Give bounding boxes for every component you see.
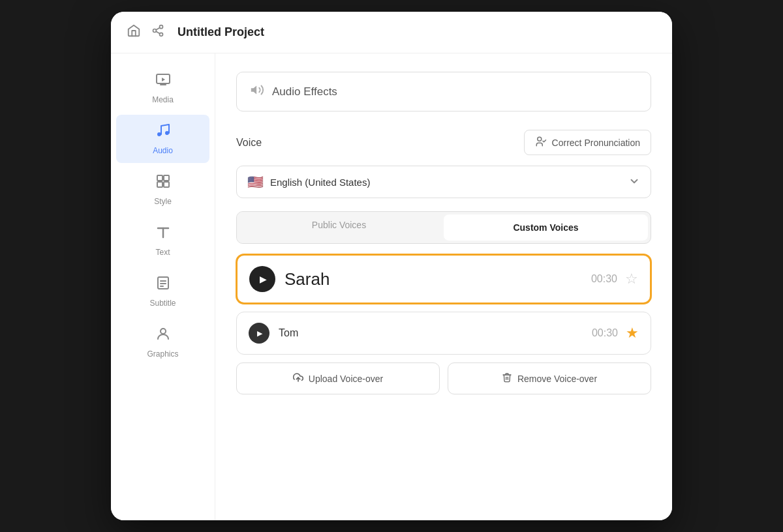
sidebar-item-graphics[interactable]: Graphics xyxy=(116,318,209,366)
graphics-label: Graphics xyxy=(147,349,178,359)
voice-time-tom: 00:30 xyxy=(592,327,618,339)
audio-effects-label: Audio Effects xyxy=(272,85,337,98)
svg-rect-12 xyxy=(164,175,169,181)
svg-point-21 xyxy=(161,329,166,334)
star-icon-sarah[interactable]: ☆ xyxy=(625,271,638,288)
svg-rect-11 xyxy=(157,175,162,181)
svg-rect-14 xyxy=(164,182,169,187)
correct-pronunciation-label: Correct Pronunciation xyxy=(552,138,640,148)
media-label: Media xyxy=(152,95,174,104)
style-icon xyxy=(155,173,171,193)
upload-voiceover-button[interactable]: Upload Voice-over xyxy=(236,362,440,394)
graphics-icon xyxy=(155,326,171,346)
voice-item-sarah-right: 00:30 ☆ xyxy=(591,271,638,288)
voice-item-sarah-left: ▶ Sarah xyxy=(249,266,330,292)
voice-name-sarah: Sarah xyxy=(284,269,330,289)
play-icon-tom: ▶ xyxy=(257,329,262,338)
upload-icon xyxy=(293,372,303,385)
audio-effects-icon xyxy=(250,83,264,100)
content-area: Audio Effects Voice Correct Pronunciatio… xyxy=(215,53,672,520)
sidebar-item-style[interactable]: Style xyxy=(116,166,209,214)
style-label: Style xyxy=(154,197,172,206)
voice-item-tom-left: ▶ Tom xyxy=(249,323,298,344)
sidebar-item-audio[interactable]: Audio xyxy=(116,115,209,163)
svg-point-9 xyxy=(157,132,161,136)
svg-line-4 xyxy=(156,27,160,29)
flag-icon: 🇺🇸 xyxy=(247,174,264,190)
text-label: Text xyxy=(155,248,170,257)
remove-voiceover-button[interactable]: Remove Voice-over xyxy=(448,362,651,394)
action-buttons: Upload Voice-over Remove Voice-over xyxy=(236,362,651,394)
sidebar: Media Audio xyxy=(111,53,215,520)
language-dropdown[interactable]: 🇺🇸 English (United States) xyxy=(236,166,651,198)
svg-point-10 xyxy=(165,131,169,135)
voice-time-sarah: 00:30 xyxy=(591,273,617,285)
svg-line-3 xyxy=(156,31,160,33)
voice-item-tom[interactable]: ▶ Tom 00:30 ★ xyxy=(236,312,651,355)
svg-marker-8 xyxy=(162,78,165,81)
play-button-sarah[interactable]: ▶ xyxy=(249,266,275,292)
voice-item-sarah[interactable]: ▶ Sarah 00:30 ☆ xyxy=(236,254,651,304)
play-button-tom[interactable]: ▶ xyxy=(249,323,269,344)
audio-label: Audio xyxy=(153,146,173,155)
tab-custom-voices[interactable]: Custom Voices xyxy=(444,214,648,241)
sidebar-item-subtitle[interactable]: Subtitle xyxy=(116,267,209,316)
voice-section-label: Voice xyxy=(236,137,262,149)
language-label: English (United States) xyxy=(270,177,370,188)
audio-effects-button[interactable]: Audio Effects xyxy=(236,72,651,111)
header: Untitled Project xyxy=(111,12,672,53)
main-layout: Media Audio xyxy=(111,53,672,520)
voice-header: Voice Correct Pronunciation xyxy=(236,130,651,155)
share-icon[interactable] xyxy=(151,24,164,40)
play-icon-sarah: ▶ xyxy=(260,274,267,284)
tab-public-voices[interactable]: Public Voices xyxy=(237,212,441,243)
voice-item-tom-right: 00:30 ★ xyxy=(592,325,639,342)
chevron-down-icon xyxy=(628,175,640,189)
media-icon xyxy=(155,72,171,91)
voice-name-tom: Tom xyxy=(279,327,298,339)
app-window: Untitled Project Media xyxy=(111,12,672,520)
svg-rect-13 xyxy=(157,182,162,187)
pronunciation-icon xyxy=(535,136,547,149)
remove-icon xyxy=(502,372,512,385)
sidebar-item-media[interactable]: Media xyxy=(116,64,209,112)
subtitle-label: Subtitle xyxy=(149,299,176,308)
subtitle-icon xyxy=(155,275,171,295)
remove-voiceover-label: Remove Voice-over xyxy=(517,374,597,384)
home-icon[interactable] xyxy=(127,23,141,41)
language-dropdown-left: 🇺🇸 English (United States) xyxy=(247,174,370,190)
upload-voiceover-label: Upload Voice-over xyxy=(309,374,383,384)
audio-icon xyxy=(155,123,171,142)
svg-point-23 xyxy=(537,137,541,141)
correct-pronunciation-button[interactable]: Correct Pronunciation xyxy=(524,130,651,155)
sidebar-item-text[interactable]: Text xyxy=(116,216,209,265)
project-title: Untitled Project xyxy=(177,25,264,39)
star-icon-tom[interactable]: ★ xyxy=(626,325,639,342)
voice-tabs: Public Voices Custom Voices xyxy=(236,211,651,244)
svg-marker-22 xyxy=(251,86,256,95)
text-icon xyxy=(155,224,171,244)
